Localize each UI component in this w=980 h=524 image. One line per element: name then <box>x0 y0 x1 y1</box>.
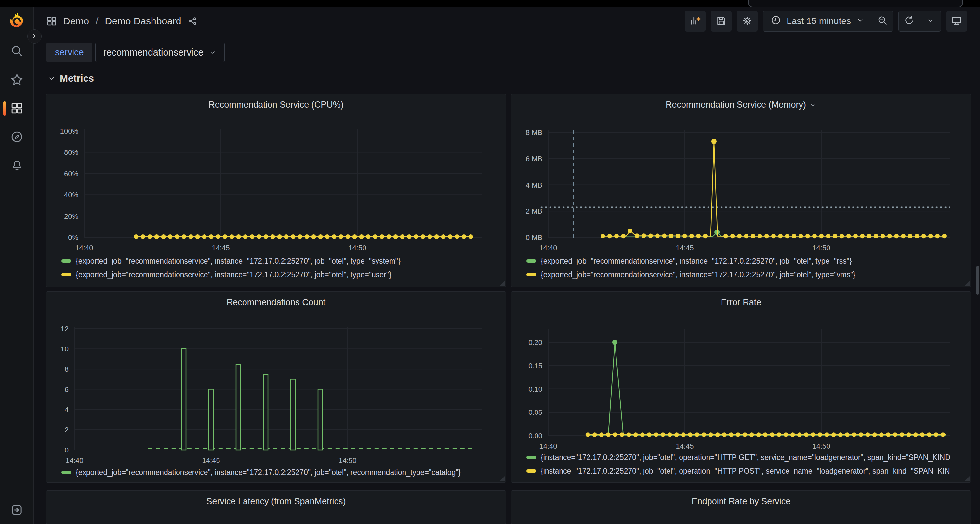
save-dashboard-button[interactable] <box>711 11 732 32</box>
svg-text:14:50: 14:50 <box>812 244 830 252</box>
legend-item[interactable]: {exported_job="recommendationservice", i… <box>62 467 499 478</box>
svg-text:2 MB: 2 MB <box>526 207 542 215</box>
svg-text:0.05: 0.05 <box>528 408 542 416</box>
time-range-label: Last 15 minutes <box>786 16 851 26</box>
panel-latency: Service Latency (from SpanMetrics) <box>46 490 506 524</box>
sidebar-expand-button[interactable] <box>27 29 41 44</box>
chart-reccount[interactable]: 02468101214:4014:4514:50 <box>46 292 506 483</box>
sidebar-item-sign-in[interactable] <box>0 501 34 519</box>
legend-swatch-icon <box>527 469 536 473</box>
sidebar-item-alerting[interactable] <box>0 157 34 175</box>
svg-text:8 MB: 8 MB <box>526 129 542 137</box>
variable-value: recommendationservice <box>103 47 204 58</box>
time-range-picker[interactable]: Last 15 minutes <box>763 11 872 31</box>
grafana-logo-icon[interactable] <box>8 12 26 30</box>
variable-label[interactable]: service <box>46 43 92 62</box>
chevron-down-icon <box>48 74 56 83</box>
time-picker-group: Last 15 minutes <box>763 11 893 32</box>
refresh-interval-dropdown[interactable] <box>920 11 941 31</box>
svg-text:20%: 20% <box>64 212 78 221</box>
legend-item[interactable]: {exported_job="recommendationservice", i… <box>62 256 499 266</box>
legend-label: {exported_job="recommendationservice", i… <box>541 257 852 265</box>
chevron-right-icon <box>30 32 39 41</box>
svg-text:60%: 60% <box>64 170 78 178</box>
refresh-button[interactable] <box>899 11 920 31</box>
panel-resize-handle[interactable] <box>500 281 504 286</box>
svg-text:14:40: 14:40 <box>539 244 557 252</box>
variable-value-dropdown[interactable]: recommendationservice <box>95 43 225 62</box>
panel-error: Error Rate0.000.050.100.150.2014:4014:45… <box>511 291 971 483</box>
panel-title-endpoint[interactable]: Endpoint Rate by Service <box>511 496 970 507</box>
breadcrumb-separator: / <box>95 16 98 27</box>
legend-item[interactable]: {exported_job="recommendationservice", i… <box>527 270 964 280</box>
legend-item[interactable]: {exported_job="recommendationservice", i… <box>527 256 964 266</box>
panel-resize-handle[interactable] <box>964 281 970 286</box>
panel-title-text: Service Latency (from SpanMetrics) <box>206 496 346 507</box>
svg-text:14:45: 14:45 <box>676 244 694 252</box>
svg-text:14:40: 14:40 <box>539 442 557 450</box>
active-indicator <box>3 102 6 116</box>
svg-text:14:50: 14:50 <box>339 456 356 465</box>
panel-add-icon <box>689 14 702 28</box>
legend-label: {instance="172.17.0.2:25270", job="otel"… <box>541 453 950 462</box>
svg-text:2: 2 <box>65 426 68 434</box>
panel-endpoint: Endpoint Rate by Service <box>511 490 971 524</box>
row-title: Metrics <box>60 73 94 84</box>
svg-text:80%: 80% <box>64 148 78 156</box>
legend-swatch-icon <box>527 273 536 276</box>
star-icon <box>10 73 24 87</box>
sidebar <box>0 0 34 524</box>
svg-text:6: 6 <box>65 386 68 394</box>
svg-text:0.10: 0.10 <box>528 385 542 393</box>
panel-title-text: Endpoint Rate by Service <box>692 496 791 507</box>
breadcrumb-page: Demo Dashboard <box>105 16 181 27</box>
legend-item[interactable]: {instance="172.17.0.2:25270", job="otel"… <box>527 452 964 462</box>
scrollbar-thumb[interactable] <box>976 266 979 294</box>
panel-resize-handle[interactable] <box>964 476 970 481</box>
panel-resize-handle[interactable] <box>500 476 504 481</box>
svg-text:4: 4 <box>65 406 68 414</box>
save-icon <box>715 15 727 28</box>
monitor-icon <box>950 14 963 28</box>
sidebar-item-explore[interactable] <box>0 128 34 146</box>
breadcrumb: Demo / Demo Dashboard <box>46 13 198 29</box>
legend-label: {exported_job="recommendationservice", i… <box>76 270 391 279</box>
share-icon[interactable] <box>187 16 198 26</box>
breadcrumb-section[interactable]: Demo <box>63 16 89 27</box>
legend-item[interactable]: {exported_job="recommendationservice", i… <box>62 270 499 280</box>
sidebar-item-starred[interactable] <box>0 71 34 89</box>
row-metrics[interactable]: Metrics <box>48 73 94 84</box>
kiosk-mode-button[interactable] <box>946 11 967 32</box>
compass-icon <box>10 130 24 144</box>
sidebar-item-dashboards[interactable] <box>0 100 34 118</box>
legend-label: {exported_job="recommendationservice", i… <box>76 468 461 477</box>
svg-text:14:45: 14:45 <box>212 244 229 252</box>
svg-text:8: 8 <box>65 365 68 373</box>
panel-cpu: Recommendation Service (CPU%)0%20%40%60%… <box>46 94 506 287</box>
add-panel-button[interactable] <box>685 11 706 32</box>
svg-text:14:40: 14:40 <box>65 456 83 465</box>
clock-icon <box>770 14 781 28</box>
panel-title-latency[interactable]: Service Latency (from SpanMetrics) <box>46 496 506 507</box>
time-zoom-out-button[interactable] <box>872 11 893 31</box>
svg-text:12: 12 <box>61 325 68 333</box>
apps-icon <box>10 102 24 116</box>
browser-artifact <box>748 0 963 7</box>
legend-swatch-icon <box>527 456 536 459</box>
svg-text:14:45: 14:45 <box>676 442 694 450</box>
legend-item[interactable]: {instance="172.17.0.2:25270", job="otel"… <box>527 466 964 476</box>
svg-text:100%: 100% <box>60 127 78 135</box>
svg-text:14:50: 14:50 <box>348 244 366 252</box>
search-icon <box>10 44 24 59</box>
legend-swatch-icon <box>527 259 536 263</box>
svg-text:0: 0 <box>65 446 68 454</box>
zoom-out-icon <box>877 14 888 28</box>
legend-label: {instance="172.17.0.2:25270", job="otel"… <box>541 467 950 476</box>
chevron-down-icon <box>209 48 216 56</box>
sidebar-item-search[interactable] <box>0 42 34 60</box>
top-strip <box>0 0 980 7</box>
legend-swatch-icon <box>62 273 71 276</box>
dashboard-settings-button[interactable] <box>737 11 757 32</box>
bell-icon <box>10 159 24 173</box>
legend-swatch-icon <box>62 259 71 263</box>
